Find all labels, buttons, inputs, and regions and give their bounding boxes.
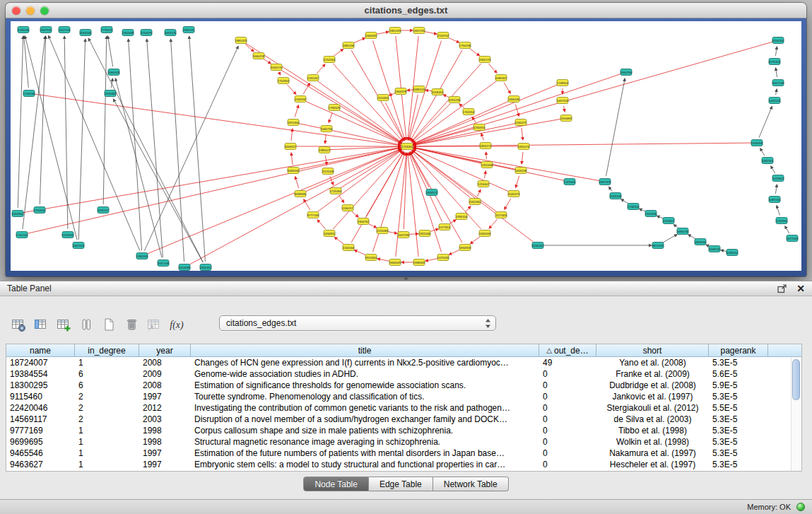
graph-edge[interactable]	[299, 148, 401, 169]
graph-node[interactable]: 1830741	[183, 27, 195, 33]
graph-node[interactable]: 1660734	[321, 126, 333, 132]
graph-edge[interactable]	[488, 64, 497, 73]
graph-node[interactable]: 9312748	[772, 80, 784, 86]
graph-edge[interactable]	[564, 106, 565, 112]
memory-status-icon[interactable]	[796, 503, 805, 511]
window-titlebar[interactable]: citations_edges.txt	[6, 3, 806, 18]
graph-edge[interactable]	[413, 101, 508, 144]
graph-node[interactable]: 1663125	[165, 30, 177, 36]
graph-node[interactable]: 1647295	[398, 232, 410, 238]
graph-edge[interactable]	[171, 39, 184, 262]
graph-edge[interactable]	[23, 36, 45, 229]
create-column-button[interactable]	[54, 315, 73, 335]
graph-edge[interactable]	[411, 64, 481, 141]
table-row[interactable]: 977716911998Corpus callosum shape and si…	[6, 425, 801, 436]
graph-edge[interactable]	[515, 105, 519, 117]
graph-node[interactable]: 1920356	[645, 211, 657, 217]
table-row[interactable]: 911546021997Tourette syndrome. Phenomeno…	[6, 391, 801, 402]
splitter-grip[interactable]	[404, 277, 408, 280]
graph-node[interactable]: 1867919	[599, 179, 611, 185]
graph-edge[interactable]	[481, 134, 483, 141]
graph-node[interactable]: 1530217	[342, 205, 354, 211]
scrollbar-thumb[interactable]	[792, 359, 800, 400]
graph-edge[interactable]	[522, 128, 523, 140]
graph-node[interactable]: 1075326	[437, 255, 449, 261]
graph-node[interactable]: 2053184	[80, 30, 92, 36]
graph-node[interactable]: 2212054	[324, 57, 336, 63]
delete-column-button[interactable]	[122, 315, 141, 335]
graph-node[interactable]: 1752036	[23, 90, 35, 97]
table-row[interactable]: 1456911722003Disruption of a novel membe…	[6, 414, 801, 425]
graph-node[interactable]: 9154260	[772, 37, 784, 44]
graph-node[interactable]: 1657516	[557, 98, 569, 104]
graph-node[interactable]: 1830029	[389, 259, 401, 266]
graph-node[interactable]: 1653902	[12, 211, 24, 217]
graph-edge[interactable]	[608, 187, 612, 191]
graph-edge[interactable]	[303, 83, 310, 94]
graph-node[interactable]: 1559358	[751, 140, 763, 146]
graph-node[interactable]: 1660218	[253, 53, 265, 59]
graph-edge[interactable]	[410, 152, 442, 222]
graph-edge[interactable]	[621, 199, 628, 204]
graph-edge[interactable]	[688, 235, 695, 239]
graph-node[interactable]: 1082315	[762, 158, 774, 164]
graph-edge[interactable]	[522, 152, 523, 164]
float-panel-icon[interactable]	[777, 284, 787, 293]
graph-edge[interactable]	[639, 209, 645, 211]
graph-edge[interactable]	[413, 119, 560, 145]
tab-edge-table[interactable]: Edge Table	[369, 477, 433, 491]
graph-node[interactable]: 9699695	[295, 191, 307, 197]
graph-edge[interactable]	[88, 38, 203, 262]
graph-edge[interactable]	[78, 39, 85, 240]
graph-edge[interactable]	[189, 149, 401, 264]
graph-node[interactable]: 1216407	[478, 181, 490, 187]
graph-edge[interactable]	[49, 35, 140, 250]
column-header-in_degree[interactable]: in_degree	[75, 344, 139, 357]
graph-edge[interactable]	[341, 150, 402, 188]
graph-node[interactable]: 1853172	[480, 143, 492, 149]
graph-node[interactable]: 1831074	[518, 144, 530, 150]
graph-node[interactable]: 1776420	[101, 27, 113, 33]
close-panel-icon[interactable]: ✕	[796, 284, 805, 293]
graph-node[interactable]: 1577813	[439, 224, 451, 230]
graph-node[interactable]: 1834918	[459, 245, 471, 251]
graph-node[interactable]: 1812705	[413, 28, 425, 34]
function-builder-button[interactable]: f(x)	[167, 315, 187, 335]
graph-edge[interactable]	[413, 148, 599, 181]
graph-node[interactable]: 1750236	[459, 42, 471, 49]
graph-node[interactable]: 1902648	[122, 30, 134, 36]
graph-edge[interactable]	[505, 199, 511, 209]
graph-node[interactable]: 1626158	[515, 168, 527, 174]
graph-edge[interactable]	[103, 36, 107, 204]
graph-node[interactable]: 2018453	[432, 89, 444, 95]
graph-edge[interactable]	[377, 32, 389, 35]
graph-edge[interactable]	[295, 177, 299, 189]
graph-node[interactable]: 1761240	[16, 232, 28, 238]
graph-node[interactable]: 1685122	[413, 86, 425, 93]
graph-edge[interactable]	[760, 148, 765, 156]
graph-node[interactable]: 2052361	[469, 199, 481, 205]
graph-node[interactable]: 2215083	[377, 228, 389, 234]
graph-node[interactable]: 2186035	[18, 27, 30, 33]
graph-node[interactable]: 2150634	[34, 207, 46, 214]
graph-edge[interactable]	[368, 223, 377, 228]
graph-edge[interactable]	[339, 196, 344, 203]
graph-edge[interactable]	[18, 36, 23, 208]
graph-edge[interactable]	[281, 70, 401, 143]
graph-edge[interactable]	[470, 237, 480, 244]
graph-edge[interactable]	[409, 153, 442, 252]
graph-edge[interactable]	[775, 68, 777, 77]
graph-node[interactable]: 2060518	[108, 69, 120, 76]
graph-edge[interactable]	[413, 143, 751, 146]
graph-node[interactable]: 1822046	[419, 230, 431, 237]
graph-edge[interactable]	[287, 85, 295, 95]
graph-edge[interactable]	[305, 149, 401, 192]
graph-edge[interactable]	[24, 36, 28, 88]
graph-edge[interactable]	[144, 46, 238, 251]
column-header-year[interactable]: year	[139, 344, 191, 357]
graph-edge[interactable]	[64, 36, 68, 229]
table-row[interactable]: 1938455462009Genome-wide association stu…	[6, 368, 801, 380]
graph-edge[interactable]	[606, 78, 625, 176]
graph-node[interactable]: 1677028	[787, 235, 799, 242]
graph-node[interactable]: 1622703	[59, 27, 71, 33]
